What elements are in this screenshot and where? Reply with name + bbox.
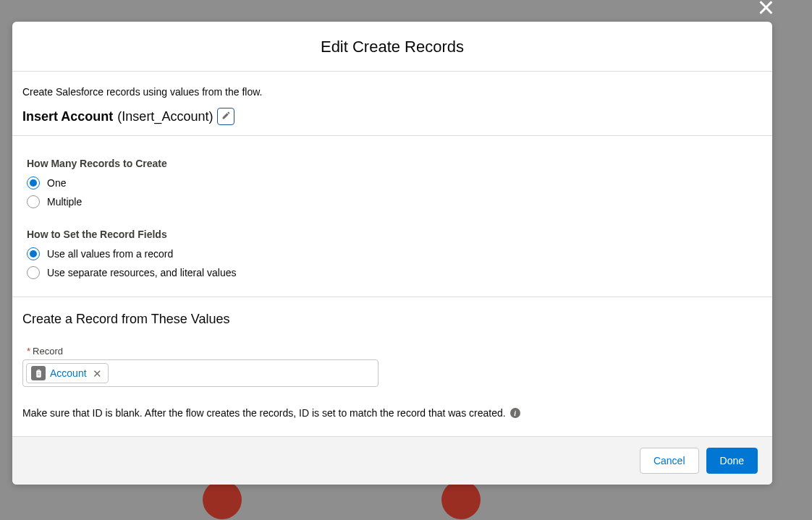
record-label-text: Record xyxy=(33,346,63,357)
close-icon[interactable]: × xyxy=(758,0,774,22)
edit-label-button[interactable] xyxy=(217,108,234,125)
config-section: How Many Records to Create One Multiple … xyxy=(12,136,772,297)
radio-icon xyxy=(27,266,40,279)
clipboard-icon xyxy=(31,366,46,380)
background-decor xyxy=(203,480,242,519)
radio-one-label: One xyxy=(47,177,66,189)
radio-icon xyxy=(27,247,40,260)
radio-separate-label: Use separate resources, and literal valu… xyxy=(47,267,236,278)
pencil-icon xyxy=(221,111,231,122)
record-field-label: *Record xyxy=(27,346,762,357)
required-indicator: * xyxy=(27,346,30,357)
info-icon[interactable]: i xyxy=(510,408,520,418)
cancel-button[interactable]: Cancel xyxy=(640,448,699,474)
modal-header: Edit Create Records xyxy=(12,22,772,72)
record-pill: Account ✕ xyxy=(26,363,109,383)
radio-multiple-label: Multiple xyxy=(47,196,82,208)
how-set-label: How to Set the Record Fields xyxy=(27,229,758,240)
radio-icon xyxy=(27,176,40,189)
radio-separate-resources[interactable]: Use separate resources, and literal valu… xyxy=(27,266,758,279)
background-decor xyxy=(441,480,481,519)
how-set-group: How to Set the Record Fields Use all val… xyxy=(27,229,758,279)
element-title-row: Insert Account (Insert_Account) xyxy=(22,108,762,125)
how-many-group: How Many Records to Create One Multiple xyxy=(27,158,758,208)
element-api-name: (Insert_Account) xyxy=(117,109,213,124)
remove-pill-icon[interactable]: ✕ xyxy=(91,368,103,379)
how-many-label: How Many Records to Create xyxy=(27,158,758,169)
radio-multiple[interactable]: Multiple xyxy=(27,195,758,208)
intro-text: Create Salesforce records using values f… xyxy=(22,86,762,98)
record-input[interactable]: Account ✕ xyxy=(22,359,378,387)
intro-section: Create Salesforce records using values f… xyxy=(12,72,772,136)
hint-row: Make sure that ID is blank. After the fl… xyxy=(22,407,762,419)
element-label: Insert Account xyxy=(22,109,113,124)
values-section: Create a Record from These Values *Recor… xyxy=(12,297,772,436)
edit-create-records-modal: Edit Create Records Create Salesforce re… xyxy=(12,22,772,485)
modal-title: Edit Create Records xyxy=(27,38,758,56)
hint-text: Make sure that ID is blank. After the fl… xyxy=(22,407,506,419)
done-button[interactable]: Done xyxy=(706,448,758,474)
radio-one[interactable]: One xyxy=(27,176,758,189)
radio-all-values[interactable]: Use all values from a record xyxy=(27,247,758,260)
record-pill-text: Account xyxy=(50,367,87,379)
radio-all-values-label: Use all values from a record xyxy=(47,248,173,260)
modal-footer: Cancel Done xyxy=(12,436,772,485)
radio-icon xyxy=(27,195,40,208)
values-heading: Create a Record from These Values xyxy=(22,312,762,327)
